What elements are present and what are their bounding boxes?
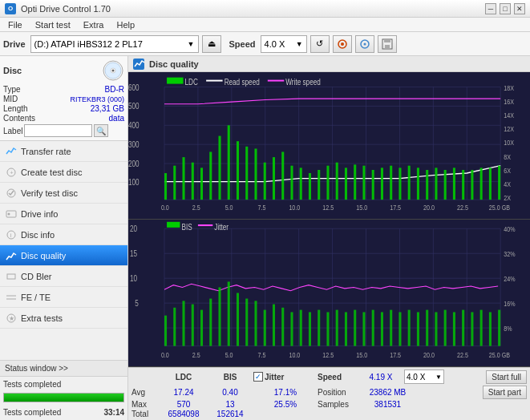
svg-point-10 <box>112 70 115 72</box>
svg-rect-45 <box>182 157 184 200</box>
dq-title: Disc quality <box>149 59 199 69</box>
close-button[interactable]: ✕ <box>514 3 525 14</box>
svg-rect-68 <box>390 166 392 200</box>
status-bar: Status window >> Tests completed Tests c… <box>0 360 127 420</box>
nav-disc-info[interactable]: i Disc info <box>0 224 127 245</box>
svg-text:8%: 8% <box>504 324 512 333</box>
progress-bar <box>3 393 124 402</box>
svg-text:4X: 4X <box>504 180 511 188</box>
avg-ldc: 17.24 <box>160 388 207 397</box>
svg-rect-67 <box>381 168 383 200</box>
max-ldc: 570 <box>160 400 207 409</box>
avg-jitter: 17.1% <box>253 388 318 397</box>
nav-fe-te[interactable]: FE / TE <box>0 287 127 308</box>
svg-rect-150 <box>336 310 338 346</box>
contents-label: Contents <box>3 114 35 123</box>
svg-text:12X: 12X <box>504 125 514 133</box>
svg-rect-157 <box>399 312 401 345</box>
toolbar-refresh-btn[interactable]: ↺ <box>310 35 330 53</box>
disc-panel: Disc Type BD-R MID RITEKBR3 (000) Length… <box>0 56 127 141</box>
menu-start-test[interactable]: Start test <box>30 19 75 30</box>
svg-rect-147 <box>309 312 311 345</box>
avg-label: Avg <box>131 388 160 397</box>
nav-transfer-rate[interactable]: Transfer rate <box>0 141 127 162</box>
svg-rect-65 <box>362 166 365 200</box>
avg-speed-val: 23862 MB <box>358 388 418 397</box>
nav-disc-quality[interactable]: Disc quality <box>0 245 127 266</box>
toolbar-save-btn[interactable] <box>378 35 397 53</box>
max-bis: 13 <box>207 400 253 409</box>
length-label: Length <box>3 104 28 113</box>
svg-text:10: 10 <box>130 273 138 284</box>
disc-quality-icon <box>5 249 18 262</box>
svg-rect-50 <box>228 125 230 200</box>
svg-rect-158 <box>408 310 411 346</box>
nav-verify-test-disc[interactable]: Verify test disc <box>0 183 127 204</box>
svg-rect-159 <box>417 312 419 345</box>
svg-text:7.5: 7.5 <box>258 204 266 212</box>
start-full-button[interactable]: Start full <box>486 370 527 384</box>
svg-rect-48 <box>209 151 212 200</box>
svg-text:15.0: 15.0 <box>356 350 367 359</box>
toolbar-burn-btn[interactable] <box>333 35 352 53</box>
nav-disc-quality-label: Disc quality <box>21 251 66 260</box>
disc-panel-title: Disc <box>3 66 22 75</box>
svg-rect-153 <box>362 312 365 345</box>
app-icon: O <box>5 3 16 14</box>
svg-rect-53 <box>254 148 257 200</box>
svg-rect-54 <box>264 163 266 200</box>
chart2-svg: BIS Jitter 20 15 10 5 40% 32% 24% 16% 8%… <box>128 220 530 366</box>
svg-text:600: 600 <box>128 82 140 91</box>
svg-text:22.5: 22.5 <box>457 350 468 359</box>
mid-value: RITEKBR3 (000) <box>70 95 124 103</box>
svg-rect-155 <box>381 312 383 345</box>
svg-text:200: 200 <box>128 159 140 168</box>
svg-text:20: 20 <box>130 224 138 234</box>
speed-inline-select[interactable]: 4.0 X ▼ <box>404 370 444 384</box>
svg-rect-55 <box>273 157 275 200</box>
svg-rect-154 <box>372 310 374 346</box>
speed-select-display[interactable]: 4.0 X ▼ <box>261 35 307 53</box>
menu-file[interactable]: File <box>3 19 27 30</box>
status-window-btn[interactable]: Status window >> <box>0 361 127 377</box>
nav-drive-info[interactable]: Drive info <box>0 204 127 224</box>
max-speed-val: 381531 <box>358 400 418 409</box>
label-input[interactable] <box>24 124 92 137</box>
disc-panel-icon <box>102 59 124 82</box>
contents-value: data <box>109 114 124 123</box>
maximize-button[interactable]: □ <box>500 3 511 14</box>
nav-menu: Transfer rate + Create test disc Verify … <box>0 141 127 360</box>
nav-create-test-disc[interactable]: + Create test disc <box>0 162 127 183</box>
svg-rect-131 <box>164 316 167 346</box>
svg-rect-136 <box>209 299 212 346</box>
svg-text:10X: 10X <box>504 139 514 147</box>
svg-text:25.0 GB: 25.0 GB <box>489 350 510 359</box>
minimize-button[interactable]: ─ <box>485 3 496 14</box>
svg-rect-163 <box>453 312 455 345</box>
extra-tests-icon: ★ <box>5 312 18 325</box>
eject-button[interactable]: ⏏ <box>202 35 221 53</box>
start-part-button[interactable]: Start part <box>483 386 527 399</box>
status-bottom: Tests completed 33:14 <box>0 404 127 420</box>
toolbar-disc-btn[interactable] <box>355 35 374 53</box>
svg-rect-137 <box>218 287 220 345</box>
svg-rect-135 <box>200 310 203 346</box>
jitter-checkbox[interactable]: ✓ <box>253 372 263 382</box>
svg-rect-5 <box>384 39 390 42</box>
drive-select-display[interactable]: (D:) ATAPI iHBS312 2 PL17 ▼ <box>30 35 199 53</box>
menu-help[interactable]: Help <box>111 19 140 30</box>
total-label: Total <box>131 410 160 418</box>
nav-extra-tests[interactable]: ★ Extra tests <box>0 308 127 329</box>
svg-text:Read speed: Read speed <box>225 77 260 87</box>
create-test-disc-icon: + <box>5 166 18 179</box>
svg-rect-76 <box>462 170 464 200</box>
transfer-rate-icon <box>5 145 18 158</box>
avg-speed-label: Position <box>318 388 358 397</box>
svg-rect-70 <box>408 166 411 200</box>
svg-text:14X: 14X <box>504 111 514 119</box>
menu-extra[interactable]: Extra <box>79 19 109 30</box>
sidebar: Disc Type BD-R MID RITEKBR3 (000) Length… <box>0 56 128 420</box>
svg-rect-63 <box>345 168 347 200</box>
nav-cd-bler[interactable]: CD Bler <box>0 266 127 287</box>
label-search-btn[interactable]: 🔍 <box>94 124 108 137</box>
